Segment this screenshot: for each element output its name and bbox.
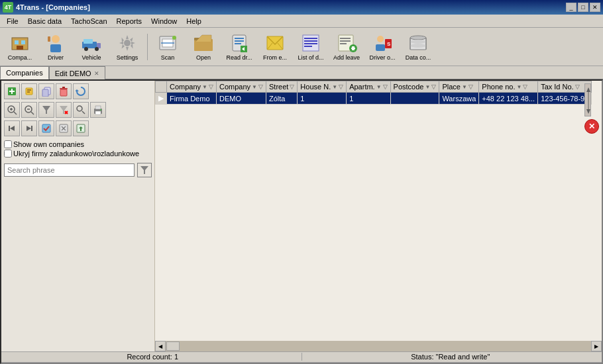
expand-panel-button[interactable] — [584, 83, 591, 116]
tab-editdemo[interactable]: Edit DEMO ✕ — [49, 66, 105, 79]
filter-clear-button[interactable] — [56, 102, 72, 118]
toolbar-open-button[interactable]: Open — [186, 30, 221, 64]
company2-filter-icon[interactable]: ▽ — [258, 83, 263, 90]
close-panel-button[interactable]: ✕ — [584, 119, 599, 134]
toolbar-driver-button[interactable]: Driver — [38, 30, 73, 64]
menu-basicdata[interactable]: Basic data — [24, 15, 66, 27]
show-own-companies-checkbox[interactable]: Show own companies — [4, 140, 84, 148]
drivero-icon: S — [372, 32, 393, 54]
postcode-sort-icon[interactable]: ▼ — [425, 84, 430, 90]
col-apartm: Apartm. ▼ ▽ — [347, 81, 390, 93]
menu-tachoscan[interactable]: TachoScan — [67, 15, 111, 27]
tab-companies[interactable]: Companies — [0, 66, 49, 79]
place-sort-icon[interactable]: ▼ — [462, 84, 467, 90]
toolbar-dataco-button[interactable]: Data co... — [401, 30, 435, 64]
svg-point-67 — [77, 106, 82, 111]
maximize-button[interactable]: □ — [578, 3, 588, 12]
companies-table: Company ▼ ▽ Company ▼ ▽ — [155, 81, 592, 105]
open-label: Open — [196, 55, 211, 61]
record-count-section: Record count: 1 — [4, 353, 302, 361]
main-content-area: Companies Edit DEMO ✕ — [0, 66, 603, 364]
hide-companies-checkbox[interactable]: Ukryj firmy zaladunkowo\rozladunkowe — [4, 150, 139, 158]
menu-file[interactable]: File — [3, 15, 23, 27]
add-button[interactable] — [4, 83, 20, 99]
postcode-filter-icon[interactable]: ▽ — [431, 83, 436, 90]
prev-button[interactable] — [4, 120, 20, 136]
menu-help[interactable]: Help — [182, 15, 205, 27]
scroll-track[interactable] — [166, 341, 591, 351]
drivero-label: Driver o... — [369, 55, 395, 61]
cell-phoneno: +48 22 123 48... — [479, 93, 538, 105]
unmark-button[interactable] — [56, 120, 72, 136]
col-houseno: House N. ▼ ▽ — [298, 81, 347, 93]
minimize-button[interactable]: _ — [566, 3, 576, 12]
companies-window: Show own companies Ukryj firmy zaladunko… — [0, 79, 603, 364]
taxidno-filter-icon[interactable]: ▽ — [575, 83, 580, 90]
find-button[interactable] — [73, 102, 89, 118]
edit-button[interactable] — [21, 83, 37, 99]
export-button[interactable] — [73, 120, 89, 136]
scroll-left-button[interactable]: ◀ — [155, 341, 166, 351]
company-sort-icon[interactable]: ▼ — [202, 84, 207, 90]
copy-button[interactable] — [38, 83, 54, 99]
toolbar-settings-button[interactable]: Settings — [110, 30, 144, 64]
col-place: Place ▼ ▽ — [439, 81, 479, 93]
company2-sort-icon[interactable]: ▼ — [252, 84, 257, 90]
menu-window[interactable]: Window — [147, 15, 181, 27]
svg-rect-26 — [304, 40, 317, 42]
toolbar-addleave-button[interactable]: Add leave — [329, 30, 364, 64]
svg-rect-15 — [161, 42, 174, 44]
houseno-sort-icon[interactable]: ▼ — [332, 84, 337, 90]
inner-toolbar-row-1 — [4, 83, 152, 99]
svg-point-11 — [95, 47, 99, 51]
scroll-thumb[interactable] — [166, 341, 180, 351]
svg-rect-27 — [304, 43, 317, 44]
dataco-label: Data co... — [406, 55, 431, 61]
svg-rect-31 — [340, 40, 351, 42]
street-filter-icon[interactable]: ▽ — [290, 83, 294, 90]
zoom-out-button[interactable] — [21, 102, 37, 118]
phoneno-sort-icon[interactable]: ▼ — [516, 84, 521, 90]
open-icon — [193, 32, 214, 54]
toolbar-readdr-button[interactable]: Read dr... — [222, 30, 256, 64]
search-filter-button[interactable] — [137, 163, 152, 177]
search-area — [4, 163, 152, 177]
svg-rect-6 — [48, 36, 50, 42]
toolbar-drivero-button[interactable]: S Driver o... — [365, 30, 400, 64]
main-toolbar: Compa... Driver Vehicle — [0, 28, 603, 66]
toolbar-scan-button[interactable]: Scan — [150, 30, 185, 64]
zoom-in-button[interactable] — [4, 102, 20, 118]
search-input[interactable] — [4, 163, 135, 177]
inner-toolbar-row-2 — [4, 102, 152, 118]
svg-marker-63 — [42, 106, 50, 114]
svg-rect-46 — [9, 91, 15, 92]
row-indicator-cell: ▶ — [156, 93, 167, 105]
frome-label: From e... — [263, 55, 287, 61]
horizontal-scrollbar[interactable]: ◀ ▶ — [155, 341, 602, 351]
tab-close-icon[interactable]: ✕ — [94, 70, 99, 77]
toolbar-company-button[interactable]: Compa... — [3, 30, 37, 64]
apartm-sort-icon[interactable]: ▼ — [376, 84, 382, 90]
mark-button[interactable] — [38, 120, 54, 136]
company-filter-icon[interactable]: ▽ — [209, 83, 213, 90]
svg-rect-25 — [304, 38, 317, 39]
close-button[interactable]: ✕ — [590, 3, 600, 12]
delete-button[interactable] — [56, 83, 72, 99]
refresh-button[interactable] — [73, 83, 89, 99]
apartm-filter-icon[interactable]: ▽ — [383, 83, 388, 90]
svg-rect-35 — [351, 48, 355, 49]
phoneno-filter-icon[interactable]: ▽ — [523, 83, 527, 90]
svg-rect-54 — [62, 87, 65, 88]
svg-rect-2 — [21, 40, 25, 44]
print-button[interactable] — [90, 102, 106, 118]
scroll-right-button[interactable]: ▶ — [591, 341, 602, 351]
menu-reports[interactable]: Reports — [113, 15, 146, 27]
houseno-filter-icon[interactable]: ▽ — [339, 83, 343, 90]
next-button[interactable] — [21, 120, 37, 136]
table-row[interactable]: ▶ Firma Demo DEMO Zólta 1 1 Warszawa +48… — [156, 93, 592, 105]
place-filter-icon[interactable]: ▽ — [468, 83, 473, 90]
toolbar-frome-button[interactable]: From e... — [258, 30, 292, 64]
toolbar-listd-button[interactable]: List of d... — [294, 30, 328, 64]
toolbar-vehicle-button[interactable]: Vehicle — [74, 30, 109, 64]
filter-button[interactable] — [38, 102, 54, 118]
